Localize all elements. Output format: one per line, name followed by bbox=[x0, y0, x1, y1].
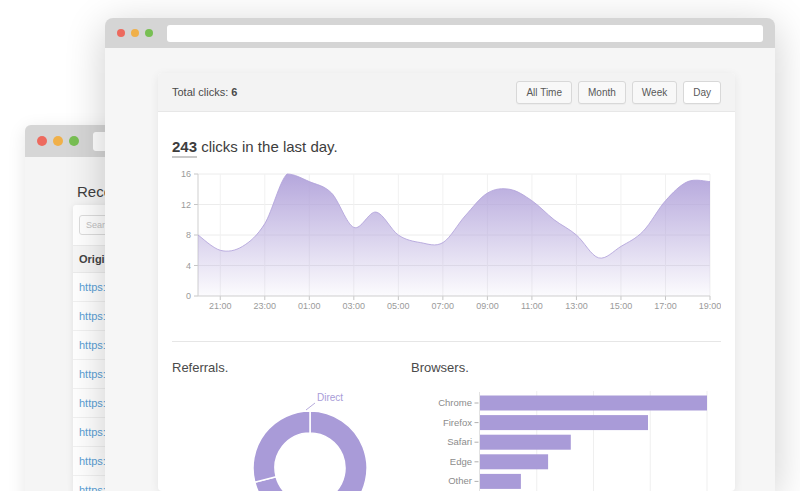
svg-text:8: 8 bbox=[186, 230, 191, 240]
svg-text:13:00: 13:00 bbox=[565, 301, 588, 311]
clicks-count: 243 bbox=[172, 138, 197, 158]
bar-label: Safari bbox=[447, 436, 472, 447]
svg-text:21:00: 21:00 bbox=[209, 301, 232, 311]
close-window-icon[interactable] bbox=[37, 136, 47, 146]
time-filter-group: All TimeMonthWeekDay bbox=[516, 81, 721, 104]
origin-link[interactable]: https: bbox=[79, 368, 106, 380]
close-window-icon[interactable] bbox=[117, 29, 125, 37]
front-window-titlebar bbox=[105, 18, 775, 48]
svg-text:15:00: 15:00 bbox=[610, 301, 633, 311]
svg-text:16: 16 bbox=[181, 169, 191, 179]
svg-text:17:00: 17:00 bbox=[654, 301, 677, 311]
svg-text:0: 0 bbox=[186, 291, 191, 301]
referrals-donut-chart: Direct bbox=[235, 391, 385, 491]
svg-text:03:00: 03:00 bbox=[343, 301, 366, 311]
filter-all-time-button[interactable]: All Time bbox=[516, 81, 572, 104]
clicks-area-chart: 048121621:0023:0001:0003:0005:0007:0009:… bbox=[172, 167, 721, 315]
fullscreen-window-icon[interactable] bbox=[145, 29, 153, 37]
origin-link[interactable]: https: bbox=[79, 426, 106, 438]
origin-link[interactable]: https: bbox=[79, 484, 106, 491]
browsers-bar-chart: ChromeFirefoxSafariEdgeOther bbox=[411, 389, 721, 491]
browsers-section: Browsers. ChromeFirefoxSafariEdgeOther bbox=[411, 360, 721, 491]
fullscreen-window-icon[interactable] bbox=[69, 136, 79, 146]
dashboard-toolbar: Total clicks: 6 All TimeMonthWeekDay bbox=[158, 73, 735, 112]
front-url-bar[interactable] bbox=[167, 25, 763, 42]
origin-link[interactable]: https: bbox=[79, 339, 106, 351]
svg-text:4: 4 bbox=[186, 261, 191, 271]
dashboard-body: 243 clicks in the last day. 048121621:00… bbox=[158, 138, 735, 491]
origin-link[interactable]: https: bbox=[79, 310, 106, 322]
svg-text:12: 12 bbox=[181, 200, 191, 210]
bar bbox=[480, 454, 548, 469]
section-divider bbox=[172, 341, 721, 342]
bar bbox=[480, 474, 521, 489]
referrals-section: Referrals. Direct bbox=[172, 360, 411, 491]
svg-text:07:00: 07:00 bbox=[432, 301, 455, 311]
total-clicks-label: Total clicks: bbox=[172, 86, 228, 98]
total-clicks: Total clicks: 6 bbox=[172, 86, 237, 98]
svg-text:23:00: 23:00 bbox=[254, 301, 277, 311]
bar bbox=[480, 396, 707, 411]
donut-segment bbox=[310, 411, 367, 491]
analytics-browser-window: Total clicks: 6 All TimeMonthWeekDay 243… bbox=[105, 18, 775, 491]
clicks-headline-text: clicks in the last day. bbox=[197, 138, 338, 155]
bar-label: Edge bbox=[450, 456, 472, 467]
origin-link[interactable]: https: bbox=[79, 455, 106, 467]
svg-text:19:00: 19:00 bbox=[699, 301, 721, 311]
page: Recent Origin https:https:https:https:ht… bbox=[0, 0, 800, 491]
bar bbox=[480, 435, 571, 450]
minimize-window-icon[interactable] bbox=[131, 29, 139, 37]
filter-month-button[interactable]: Month bbox=[578, 81, 626, 104]
clicks-headline: 243 clicks in the last day. bbox=[172, 138, 721, 155]
dashboard-card: Total clicks: 6 All TimeMonthWeekDay 243… bbox=[158, 73, 735, 491]
svg-text:09:00: 09:00 bbox=[476, 301, 499, 311]
referrals-heading: Referrals. bbox=[172, 360, 411, 375]
origin-link[interactable]: https: bbox=[79, 281, 106, 293]
filter-day-button[interactable]: Day bbox=[683, 81, 721, 104]
bar-label: Chrome bbox=[438, 397, 472, 408]
svg-text:11:00: 11:00 bbox=[521, 301, 543, 311]
bar bbox=[480, 415, 648, 430]
svg-text:01:00: 01:00 bbox=[298, 301, 321, 311]
filter-week-button[interactable]: Week bbox=[632, 81, 677, 104]
browsers-heading: Browsers. bbox=[411, 360, 721, 375]
donut-label-direct: Direct bbox=[317, 392, 343, 403]
svg-text:05:00: 05:00 bbox=[387, 301, 410, 311]
bar-label: Other bbox=[448, 475, 472, 486]
origin-link[interactable]: https: bbox=[79, 397, 106, 409]
donut-segment bbox=[253, 411, 310, 482]
charts-row: Referrals. Direct Browsers. ChromeFirefo… bbox=[172, 360, 721, 491]
minimize-window-icon[interactable] bbox=[53, 136, 63, 146]
bar-label: Firefox bbox=[443, 417, 472, 428]
total-clicks-value: 6 bbox=[231, 86, 237, 98]
